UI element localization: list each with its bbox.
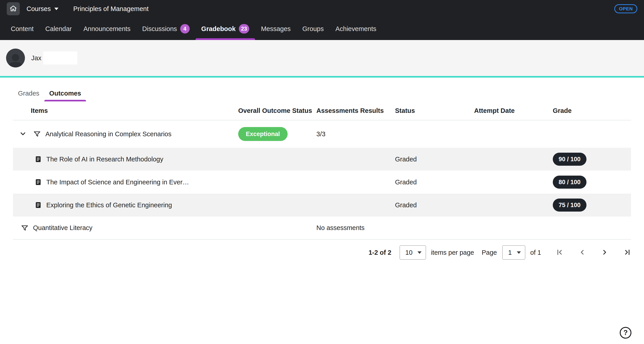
skip-to-last-icon (623, 248, 631, 257)
top-bar: Courses Principles of Management OPEN (0, 0, 644, 18)
last-page-button[interactable] (623, 248, 631, 257)
col-header-items: Items (13, 107, 238, 114)
active-nav-underline (196, 38, 255, 40)
nav-item-discussions[interactable]: Discussions 4 (136, 18, 196, 40)
nav-label: Achievements (336, 25, 376, 33)
nav-label: Calendar (46, 25, 72, 33)
items-per-page-label: items per page (431, 249, 474, 256)
help-button[interactable]: ? (620, 327, 632, 338)
pagination-bar: 1-2 of 2 10 items per page Page 1 of 1 (13, 245, 631, 260)
assessment-title: The Impact of Science and Engineering in… (46, 179, 189, 186)
nav-item-messages[interactable]: Messages (255, 18, 296, 40)
course-nav: Content Calendar Announcements Discussio… (0, 18, 644, 40)
previous-page-button[interactable] (578, 248, 586, 257)
assessments-results-value: No assessments (316, 224, 395, 232)
avatar (6, 49, 25, 68)
assignment-doc-icon (34, 179, 42, 186)
assessment-status: Graded (395, 179, 474, 186)
nav-label: Gradebook (201, 25, 236, 33)
col-header-grade: Grade (553, 107, 631, 114)
grade-pill: 80 / 100 (553, 176, 586, 189)
home-icon (10, 5, 17, 13)
items-per-page-value: 10 (405, 249, 412, 256)
gradebook-outcomes-page: Grades Outcomes Items Overall Outcome St… (0, 85, 644, 260)
tab-label: Grades (18, 90, 39, 97)
skip-to-first-icon (556, 248, 564, 257)
open-status-badge: OPEN (614, 4, 637, 13)
nav-label: Announcements (83, 25, 130, 33)
chevron-down-icon (19, 130, 27, 138)
assessment-title: The Role of AI in Research Methodology (46, 156, 163, 163)
redacted-name-block (43, 52, 77, 65)
collapse-outcome-button[interactable] (18, 129, 28, 139)
assessment-title: Exploring the Ethics of Genetic Engineer… (46, 201, 172, 209)
table-row: The Impact of Science and Engineering in… (13, 171, 631, 194)
gradebook-tabs: Grades Outcomes (13, 85, 631, 101)
outcomes-table: Items Overall Outcome Status Assessments… (13, 101, 631, 260)
active-tab-underline (44, 100, 86, 101)
chevron-left-icon (578, 248, 586, 257)
table-row: Analytical Reasoning in Complex Scenario… (13, 120, 631, 148)
nav-label: Content (11, 25, 34, 33)
tab-label: Outcomes (49, 90, 81, 97)
outcome-title: Analytical Reasoning in Complex Scenario… (46, 130, 172, 138)
assessment-status: Graded (395, 156, 474, 163)
col-header-assessments-results: Assessments Results (316, 107, 395, 114)
outcome-title: Quantitative Literacy (33, 224, 92, 232)
col-header-attempt-date: Attempt Date (474, 107, 553, 114)
outcome-funnel-icon (33, 130, 41, 138)
nav-label: Messages (261, 25, 290, 33)
question-mark-icon: ? (624, 329, 628, 337)
nav-item-gradebook[interactable]: Gradebook 23 (196, 18, 255, 40)
overall-status-pill: Exceptional (238, 127, 288, 141)
nav-item-groups[interactable]: Groups (296, 18, 330, 40)
col-header-status: Status (395, 107, 474, 114)
table-row: The Role of AI in Research Methodology G… (13, 148, 631, 171)
assessments-results-value: 3/3 (316, 130, 395, 138)
chevron-down-icon (54, 8, 58, 10)
chevron-down-icon (517, 251, 521, 254)
table-row: Exploring the Ethics of Genetic Engineer… (13, 194, 631, 216)
nav-item-achievements[interactable]: Achievements (330, 18, 382, 40)
courses-label: Courses (26, 5, 51, 13)
result-range: 1-2 of 2 (368, 249, 392, 256)
assignment-doc-icon (34, 156, 42, 163)
page-label: Page (482, 249, 497, 256)
nav-item-announcements[interactable]: Announcements (78, 18, 136, 40)
table-row: Quantitative Literacy No assessments (13, 216, 631, 239)
home-button[interactable] (7, 2, 20, 15)
nav-label: Groups (302, 25, 324, 33)
student-name: Jax (31, 54, 41, 62)
col-header-overall-outcome-status: Overall Outcome Status (238, 107, 316, 114)
gradebook-count-badge: 23 (239, 24, 250, 34)
student-banner: Jax (0, 40, 644, 76)
course-title: Principles of Management (73, 5, 148, 13)
nav-label: Discussions (142, 25, 177, 33)
outcome-funnel-icon (21, 224, 28, 232)
nav-item-content[interactable]: Content (5, 18, 40, 40)
chevron-down-icon (418, 251, 422, 254)
assignment-doc-icon (34, 201, 42, 209)
page-number-value: 1 (508, 249, 512, 256)
grade-pill: 90 / 100 (553, 153, 586, 166)
first-page-button[interactable] (556, 248, 564, 257)
table-header-row: Items Overall Outcome Status Assessments… (13, 101, 631, 120)
tab-outcomes[interactable]: Outcomes (44, 85, 86, 101)
next-page-button[interactable] (601, 248, 608, 257)
courses-dropdown[interactable]: Courses (26, 5, 58, 13)
discussions-count-badge: 4 (180, 24, 190, 34)
tab-grades[interactable]: Grades (13, 85, 44, 101)
chevron-right-icon (601, 248, 608, 257)
assessment-status: Graded (395, 201, 474, 209)
page-count-label: of 1 (530, 249, 541, 256)
nav-item-calendar[interactable]: Calendar (40, 18, 78, 40)
items-per-page-select[interactable]: 10 (400, 245, 426, 260)
grade-pill: 75 / 100 (553, 199, 586, 212)
accent-divider (0, 76, 644, 78)
page-number-select[interactable]: 1 (502, 245, 525, 260)
